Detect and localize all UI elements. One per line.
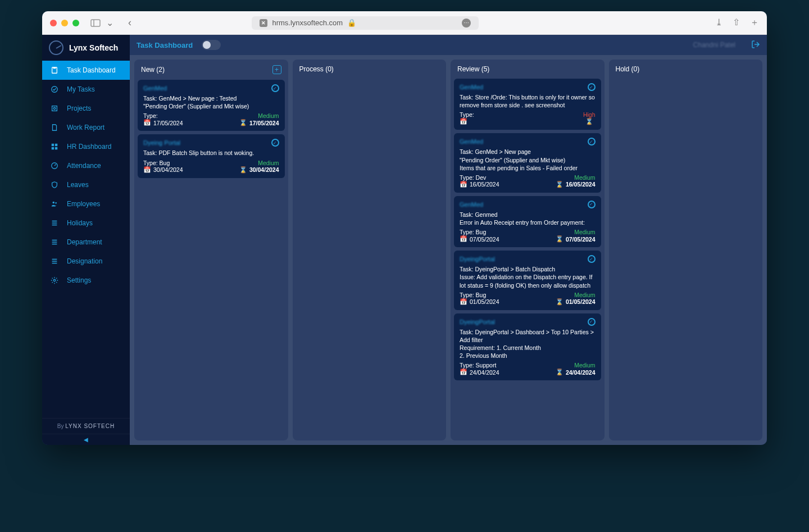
- check-circle-icon[interactable]: ✓: [588, 318, 596, 326]
- column-title: Process (0): [299, 65, 334, 73]
- board-column: Review (5)GenMed✓Task: Store /Orde: This…: [451, 60, 605, 440]
- nav-list: Task DashboardMy TasksProjectsWork Repor…: [42, 61, 130, 418]
- sidebar-item-designation[interactable]: Designation: [42, 252, 130, 271]
- task-description: Task: DyeingPortal > Batch Dispatch Issu…: [460, 265, 596, 289]
- sidebar-item-employees[interactable]: Employees: [42, 194, 130, 213]
- sidebar-item-my-tasks[interactable]: My Tasks: [42, 80, 130, 99]
- list-icon: [50, 238, 59, 247]
- new-tab-icon[interactable]: ＋: [750, 17, 759, 29]
- more-icon[interactable]: ⋯: [462, 19, 471, 28]
- due-date: ⌛: [585, 118, 596, 125]
- browser-window: ⌄ ‹ ✕ hrms.lynxsoftech.com 🔒 ⋯ ⤓ ⇧ ＋ Lyn…: [42, 11, 767, 445]
- logo[interactable]: Lynx Softech: [42, 35, 130, 61]
- gear-icon: [50, 276, 59, 285]
- task-card[interactable]: DyeingPortal✓Task: DyeingPortal > Dashbo…: [454, 313, 601, 381]
- task-type: Type: Bug: [460, 292, 486, 298]
- column-header: Process (0): [293, 60, 447, 79]
- due-date: ⌛24/04/2024: [556, 369, 596, 376]
- hourglass-icon: ⌛: [585, 118, 593, 125]
- sidebar-item-work-report[interactable]: Work Report: [42, 118, 130, 137]
- task-type: Type: Bug: [460, 229, 486, 235]
- add-task-button[interactable]: +: [272, 65, 281, 74]
- priority-badge: Medium: [574, 362, 595, 369]
- start-date: 📅17/05/2024: [143, 119, 183, 126]
- svg-point-11: [53, 202, 55, 204]
- sidebar-item-leaves[interactable]: Leaves: [42, 175, 130, 194]
- maximize-icon[interactable]: [72, 20, 79, 26]
- download-icon[interactable]: ⤓: [715, 17, 722, 29]
- address-bar[interactable]: ✕ hrms.lynxsoftech.com 🔒 ⋯: [252, 16, 479, 30]
- sidebar-item-hr-dashboard[interactable]: HR Dashboard: [42, 137, 130, 156]
- card-list: [609, 79, 763, 82]
- board-column: New (2)+GenMed✓Task: GenMed > New page :…: [134, 60, 288, 440]
- sidebar-item-label: Work Report: [67, 124, 104, 131]
- close-icon[interactable]: [50, 20, 57, 26]
- priority-badge: High: [583, 111, 596, 118]
- check-circle-icon[interactable]: ✓: [588, 255, 596, 263]
- toolbar-right: ⤓ ⇧ ＋: [715, 17, 759, 29]
- chevron-down-icon[interactable]: ⌄: [106, 17, 113, 28]
- task-card[interactable]: GenMed✓Task: GenMed > New page : Tested …: [138, 80, 285, 131]
- sidebar-item-department[interactable]: Department: [42, 233, 130, 252]
- sidebar-item-holidays[interactable]: Holidays: [42, 213, 130, 233]
- back-icon[interactable]: ‹: [128, 17, 131, 29]
- brand-text: Lynx Softech: [69, 43, 118, 52]
- priority-badge: Medium: [574, 292, 595, 298]
- check-circle-icon[interactable]: ✓: [588, 201, 596, 208]
- shield-icon: [50, 180, 59, 189]
- column-header: Hold (0): [609, 60, 763, 79]
- view-toggle[interactable]: [202, 40, 221, 50]
- logo-icon: [49, 40, 63, 55]
- task-card[interactable]: GenMed✓Task: Store /Orde: This button is…: [454, 79, 601, 130]
- task-type: Type: Bug: [143, 160, 170, 166]
- sidebar-item-task-dashboard[interactable]: Task Dashboard: [42, 61, 130, 80]
- calendar-icon: 📅: [460, 235, 467, 243]
- task-type: Type:: [460, 111, 474, 118]
- task-description: Task: PDF Batch Slip button is not wokin…: [143, 149, 279, 157]
- task-card[interactable]: GenMed✓Task: GenMed > New page "Pending …: [454, 133, 601, 193]
- card-list: GenMed✓Task: Store /Orde: This button is…: [451, 79, 605, 384]
- column-header: New (2)+: [134, 60, 288, 80]
- start-date: 📅07/05/2024: [460, 235, 499, 243]
- priority-badge: Medium: [574, 174, 595, 181]
- svg-rect-7: [55, 144, 57, 146]
- task-card[interactable]: DyeingPortal✓Task: DyeingPortal > Batch …: [454, 251, 601, 310]
- due-date: ⌛07/05/2024: [556, 235, 596, 243]
- task-card[interactable]: GenMed✓Task: Genmed Error in Auto Receip…: [454, 196, 601, 247]
- check-circle-icon: [50, 85, 59, 94]
- check-circle-icon[interactable]: ✓: [271, 84, 279, 92]
- sidebar-item-projects[interactable]: Projects: [42, 99, 130, 118]
- logout-icon[interactable]: [751, 40, 760, 51]
- column-title: Hold (0): [616, 65, 640, 73]
- check-circle-icon[interactable]: ✓: [588, 83, 596, 91]
- svg-point-22: [53, 279, 56, 281]
- priority-badge: Medium: [258, 112, 279, 119]
- board-column: Hold (0): [609, 60, 763, 440]
- gauge-icon: [50, 161, 59, 170]
- project-name: GenMed: [143, 85, 167, 92]
- check-circle-icon[interactable]: ✓: [271, 139, 279, 147]
- sidebar-item-settings[interactable]: Settings: [42, 271, 130, 290]
- clipboard-icon: [50, 66, 59, 75]
- sidebar-item-label: Holidays: [67, 219, 93, 227]
- task-type: Type:: [143, 112, 158, 119]
- check-circle-icon[interactable]: ✓: [588, 138, 596, 145]
- calendar-icon: 📅: [460, 181, 467, 188]
- list-icon: [50, 219, 59, 228]
- doc-icon: [50, 123, 59, 132]
- sidebar-item-label: Designation: [67, 257, 102, 265]
- collapse-sidebar-icon[interactable]: ◀: [42, 434, 130, 445]
- sidebar-toggle-icon[interactable]: [90, 19, 101, 27]
- minimize-icon[interactable]: [61, 20, 68, 26]
- start-date: 📅01/05/2024: [460, 298, 499, 306]
- task-card[interactable]: Dyeing Portal✓Task: PDF Batch Slip butto…: [138, 134, 285, 178]
- share-icon[interactable]: ⇧: [733, 17, 740, 29]
- svg-point-12: [55, 202, 57, 204]
- start-date: 📅30/04/2024: [143, 166, 183, 174]
- sidebar-item-attendance[interactable]: Attendance: [42, 156, 130, 175]
- page-title: Task Dashboard: [137, 41, 193, 49]
- current-user: Chandni Patel: [693, 41, 735, 49]
- url-text: hrms.lynxsoftech.com: [272, 19, 343, 27]
- sidebar-item-label: HR Dashboard: [67, 143, 111, 151]
- site-badge-icon: ✕: [260, 19, 267, 27]
